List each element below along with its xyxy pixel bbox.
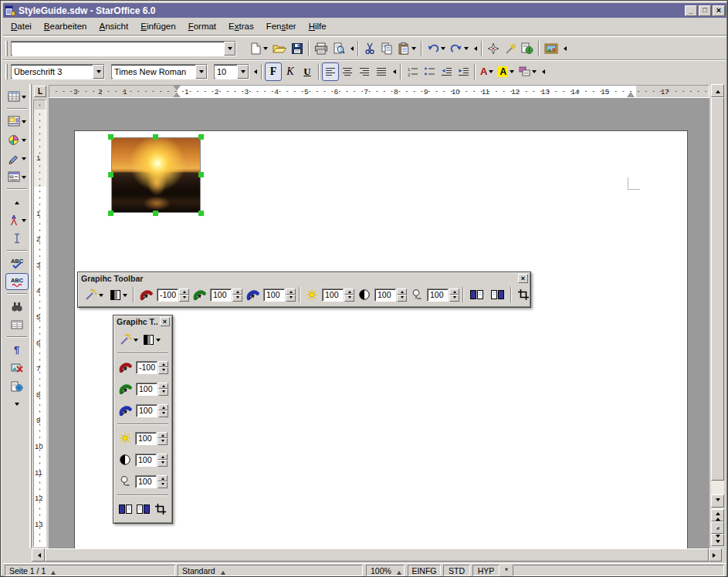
navigator-button[interactable] xyxy=(485,39,502,58)
align-justify-button[interactable] xyxy=(373,62,390,81)
bold-button[interactable]: F xyxy=(265,62,282,81)
open-document-button[interactable] xyxy=(270,39,289,58)
sunset-image[interactable] xyxy=(111,137,201,213)
cut-button[interactable] xyxy=(361,39,378,58)
align-right-button[interactable] xyxy=(356,62,373,81)
graphic-toolbar-window[interactable]: Grapihc Toolbar × xyxy=(77,272,531,308)
menu-item-einfügen[interactable]: Einfügen xyxy=(134,19,181,33)
bullet-list-button[interactable] xyxy=(421,62,438,81)
gt-contrast-spin-down-button[interactable] xyxy=(397,295,407,302)
insert-mode-field[interactable]: EINFG xyxy=(408,565,441,576)
document-area[interactable]: Grapihc Toolbar × Grapihc T.. × xyxy=(49,98,709,548)
dropdown-arrow-icon[interactable] xyxy=(22,117,26,126)
selection-handle-n[interactable] xyxy=(153,134,158,140)
dropdown-arrow-icon[interactable] xyxy=(99,291,103,299)
toolbar-more-button[interactable] xyxy=(347,40,355,57)
gt-gamma-spin-up-button[interactable] xyxy=(449,288,459,295)
scroll-down-button[interactable] xyxy=(711,494,724,508)
page-number-field[interactable]: Seite 1 / 1 xyxy=(5,565,175,576)
graphic-toolbar-titlebar[interactable]: Grapihc Toolbar × xyxy=(78,272,530,284)
gtv-blue-input[interactable] xyxy=(136,404,157,417)
maximize-button[interactable]: □ xyxy=(699,5,711,16)
paragraph-style-combobox[interactable] xyxy=(11,64,105,79)
dropdown-arrow-icon[interactable] xyxy=(532,67,537,76)
title-bar[interactable]: StyleGuide.sdw - StarOffice 6.0 _ □ × xyxy=(3,3,726,18)
gtv-contrast-spin-down-button[interactable] xyxy=(157,460,168,467)
form-functions-button[interactable] xyxy=(5,168,29,185)
paragraph-style-dropdown-button[interactable] xyxy=(93,65,104,79)
gtv-red-spin-up-button[interactable] xyxy=(158,361,168,368)
gtv-graphics-mode-button[interactable] xyxy=(141,330,163,349)
scroll-left-button[interactable] xyxy=(32,548,45,562)
italic-button[interactable]: K xyxy=(282,62,299,81)
gtv-green-button[interactable] xyxy=(117,380,134,398)
gt-green-spin-up-button[interactable] xyxy=(232,288,242,295)
gt-blue-button[interactable] xyxy=(244,285,262,304)
dropdown-arrow-icon[interactable] xyxy=(464,44,469,52)
insert-object-button[interactable] xyxy=(5,131,29,148)
gt-blue-spin-down-button[interactable] xyxy=(286,295,296,302)
dropdown-arrow-icon[interactable] xyxy=(22,136,26,144)
gt-contrast-spin-up-button[interactable] xyxy=(397,288,407,295)
right-indent-marker[interactable] xyxy=(627,88,635,97)
selection-handle-e[interactable] xyxy=(198,172,204,177)
insert-table-button[interactable] xyxy=(5,88,29,105)
url-dropdown-button[interactable] xyxy=(224,42,235,56)
font-name-combobox[interactable] xyxy=(111,64,208,79)
underline-button[interactable]: U xyxy=(299,62,316,81)
numbered-list-button[interactable]: 12 xyxy=(404,62,421,81)
gt-flip-horizontal-button[interactable] xyxy=(467,285,486,304)
gtv-gamma-spin-down-button[interactable] xyxy=(157,481,168,488)
graphic-toolbar-floating-close-button[interactable]: × xyxy=(160,317,170,326)
toolbar-grip[interactable] xyxy=(5,41,8,56)
selection-handle-w[interactable] xyxy=(108,172,113,177)
direct-cursor-button[interactable] xyxy=(5,230,29,247)
graphic-toolbar-floating-titlebar[interactable]: Grapihc T.. × xyxy=(113,315,172,327)
gt-brightness-spin-up-button[interactable] xyxy=(344,288,354,295)
auto-spellcheck-button[interactable]: ABC xyxy=(5,273,29,290)
new-document-button[interactable] xyxy=(247,39,270,58)
toolbar-more-button[interactable] xyxy=(390,63,398,80)
redo-button[interactable] xyxy=(448,39,471,58)
gtv-blue-spin-up-button[interactable] xyxy=(158,404,168,411)
print-file-button[interactable] xyxy=(312,39,330,58)
hyperlink-mode-field[interactable]: HYP xyxy=(472,565,499,576)
menu-item-extras[interactable]: Extras xyxy=(222,19,260,33)
dropdown-arrow-icon[interactable] xyxy=(411,44,416,52)
data-sources-button[interactable] xyxy=(5,316,29,333)
gt-contrast-input[interactable] xyxy=(374,288,396,302)
paragraph-background-button[interactable] xyxy=(516,62,539,81)
gtv-contrast-spin-up-button[interactable] xyxy=(157,454,168,461)
toolbar-grip[interactable] xyxy=(5,64,8,79)
dropdown-arrow-icon[interactable] xyxy=(441,44,445,52)
gtv-red-button[interactable] xyxy=(117,358,134,376)
find-replace-button[interactable] xyxy=(5,298,29,315)
menu-item-bearbeiten[interactable]: Bearbeiten xyxy=(38,19,93,33)
toolbar-more-button[interactable] xyxy=(539,63,547,80)
scroll-down-button[interactable] xyxy=(5,396,29,413)
paragraph-style-input[interactable] xyxy=(12,66,93,78)
gtv-brightness-button[interactable] xyxy=(117,429,134,447)
gt-contrast-button[interactable] xyxy=(356,285,373,304)
selection-handle-s[interactable] xyxy=(153,211,158,216)
align-center-button[interactable] xyxy=(339,62,356,81)
next-page-button[interactable] xyxy=(711,534,724,546)
vertical-scrollbar[interactable] xyxy=(711,84,724,547)
align-left-button[interactable] xyxy=(322,62,339,81)
gtv-flip-horizontal-button[interactable] xyxy=(117,500,134,518)
gtv-gamma-input[interactable] xyxy=(135,475,157,488)
dropdown-arrow-icon[interactable] xyxy=(156,336,161,344)
toolbar-more-button[interactable] xyxy=(251,63,259,80)
font-name-dropdown-button[interactable] xyxy=(195,65,207,79)
minimize-button[interactable]: _ xyxy=(685,5,697,16)
stylist-button[interactable] xyxy=(502,39,519,58)
indent-marker[interactable] xyxy=(173,86,181,97)
gtv-green-input[interactable] xyxy=(136,383,157,396)
gt-blue-input[interactable] xyxy=(263,288,285,302)
tab-stop-selector[interactable]: L xyxy=(34,86,46,97)
scroll-up-button[interactable] xyxy=(5,193,29,210)
gt-blue-spin-up-button[interactable] xyxy=(286,288,296,295)
gtv-blue-spin-down-button[interactable] xyxy=(158,410,168,417)
spellcheck-button[interactable]: ABC xyxy=(5,255,29,272)
selection-handle-ne[interactable] xyxy=(198,134,204,140)
